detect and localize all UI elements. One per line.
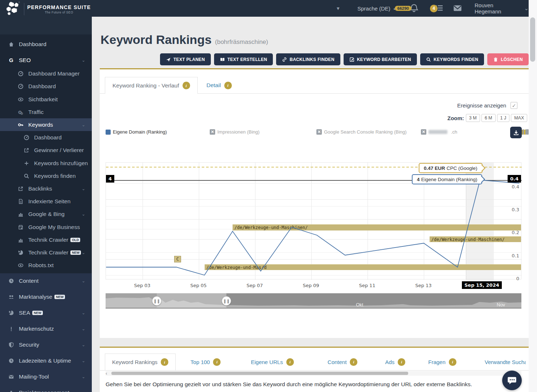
legend-item[interactable]: Eigene Domain (Ranking) [106,128,210,136]
tab-verwandte-suchanfragen[interactable]: Verwandte Suchanfrageni [478,354,526,370]
zoom-1j-button[interactable]: 1 J [497,114,510,122]
legend-label: .ch [451,129,457,135]
sidebar-item-marktanalyse[interactable]: MarktanalyseNEW [0,289,92,305]
sidebar-item-sichtbarkeit[interactable]: Sichtbarkeit [0,93,92,106]
events-checkbox[interactable]: ✓ [511,102,517,109]
sidebar-item-label: Backlinks [28,185,52,192]
keywords-finden-button[interactable]: KEYWORDS FINDEN [420,53,484,65]
scroll-left-icon: ‹ [106,371,110,376]
backlinks-finden-button[interactable]: BACKLINKS FINDEN [276,53,340,65]
sidebar-item-indexierte-seiten[interactable]: Indexierte Seiten [0,195,92,208]
sidebar-item-dashboard-manager[interactable]: Dashboard Manager [0,67,92,80]
optimization-hint-text: Gehen Sie bei der Optimierung gezielt vo… [106,381,487,388]
sidebar-item-traffic[interactable]: ⚙⚙Traffic [0,106,92,118]
sidebar-item-seo[interactable]: GSEO⌄ [0,52,92,68]
info-icon[interactable]: i [449,358,456,366]
tab-eigene-urls[interactable]: Eigene URLsi [244,354,300,370]
page-title: Keyword Rankings (bohrfräsmaschine) [101,33,268,47]
sidebar-item-keywords-hinzuf-gen[interactable]: Keywords hinzufügen [0,157,92,170]
navigator-handle-right[interactable]: ❚❚ [222,296,231,306]
sidebar-item-backlinks[interactable]: Backlinks⌄ [0,182,92,195]
info-icon[interactable]: i [398,358,405,366]
löschen-button[interactable]: LÖSCHEN [487,53,529,65]
chevron-down-icon: ⌄ [82,358,85,363]
sidebar-item-content[interactable]: Content⌄ [0,273,92,289]
notifications[interactable]: 66290 [395,0,419,17]
zoom-max-button[interactable]: MAX [511,114,527,122]
clock-icon [7,278,15,284]
messages[interactable] [453,0,462,17]
pie-icon [8,310,14,316]
app-root: Performance Suite The Future of SEO ▾ Sp… [0,0,537,392]
sidebar-item-gewinner-verlierer[interactable]: Gewinner / Verlierer [0,144,92,156]
tasks[interactable]: 4 [430,0,444,17]
sidebar-item-ladezeiten-uptime[interactable]: Ladezeiten & Uptime⌄ [0,353,92,369]
brand-logo[interactable]: Performance Suite The Future of SEO [5,1,91,17]
horizontal-scrollbar[interactable]: ‹ [106,371,521,376]
tab-ads[interactable]: Adsi [378,354,412,370]
info-icon[interactable]: i [224,82,232,89]
url-annotation-band[interactable]: /de/Werkzeuge-und-Mas/d [205,264,521,270]
text-erstellen-button[interactable]: TEXT ERSTELLEN [214,53,273,65]
info-icon[interactable]: i [213,358,221,366]
crosshair-date-label: Sep 15, 2024 [462,281,502,289]
sidebar-item-label: Security [19,342,39,348]
sidebar-item-dashboard[interactable]: Dashboard [0,131,92,144]
keyword-bearbeiten-button[interactable]: KEYWORD BEARBEITEN [344,53,417,65]
download-button[interactable] [510,127,522,138]
sidebar-item-keywords-finden[interactable]: Keywords finden [0,170,92,182]
divider [24,3,24,15]
legend-item[interactable]: ✕Google Search Console Ranking (Bing) [316,128,421,136]
url-annotation-band[interactable]: /de/Werkzeuge-und-Maschinen/ [430,236,521,242]
info-icon[interactable]: i [183,82,190,89]
sidebar-item-dashboard[interactable]: Dashboard [0,36,92,52]
sidebar-item-security[interactable]: Security⌄ [0,337,92,353]
tab-keyword-ranking-verlauf[interactable]: Keyword Ranking - Verlaufi [105,77,198,94]
zoom-3m-button[interactable]: 3 M [466,114,480,122]
legend-item[interactable]: ✕Impressionen (Bing) [210,128,316,136]
sidebar-item-technik-crawler[interactable]: Technik CrawlerOLD [0,233,92,246]
sidebar-item-keywords[interactable]: Keywords⌄ [0,118,92,131]
sidebar: DashboardGSEO⌄Dashboard ManagerDashboard… [0,17,92,392]
hexflower-logo-icon [5,1,21,17]
text-planen-button[interactable]: TEXT PLANEN [160,53,211,65]
chat-button[interactable] [502,371,522,390]
event-flag[interactable]: C [174,256,181,262]
sidebar-item-label: Indexierte Seiten [28,198,70,205]
sidebar-item-mailing-tool[interactable]: Mailing-Tool⌄ [0,369,92,385]
external-link-icon [17,186,25,192]
sidebar-item-sea[interactable]: SEANEW⌄ [0,305,92,321]
user-menu[interactable]: Rouven Hegemann ⌄ [475,0,529,17]
y-axis-right-tick-label: 0.2 [106,230,519,235]
store-icon [18,224,24,230]
chart-navigator[interactable]: ❚❚ ❚❚ Okt Nov [106,293,521,309]
navigator-handle-left[interactable]: ❚❚ [152,296,161,306]
language-menu[interactable]: Sprache (DE) ✓ [357,0,397,17]
sidebar-item-google-bing[interactable]: Google & Bing⌄ [0,208,92,220]
tab-fragen[interactable]: Frageni [421,354,463,370]
chevron-down-icon: ⌄ [82,310,85,315]
legend-item[interactable]: ✕.ch [421,128,521,136]
chevron-down-icon: ⌄ [82,122,85,127]
topbar-caret[interactable]: ▾ [337,0,340,17]
eye-icon [17,97,25,102]
info-icon[interactable]: i [161,358,168,366]
tab-content[interactable]: Contenti [321,354,365,370]
plus-icon [24,160,29,166]
events-toggle-row: Ereignisse anzeigen ✓ [457,102,517,109]
sidebar-item-technik-crawler[interactable]: Technik CrawlerNEW⌄ [0,246,92,259]
info-icon[interactable]: i [350,358,357,366]
sidebar-item-markenschutz[interactable]: Markenschutz⌄ [0,321,92,337]
tab-keyword-rankings[interactable]: Keyword Rankingsi [105,354,176,370]
tab-top-100[interactable]: Top 100i [184,354,227,370]
sidebar-item-google-my-business[interactable]: Google My Business [0,221,92,233]
vertical-scrollbar[interactable] [529,0,537,392]
sidebar-item-projektmanagement[interactable]: Projektmanagement⌄ [0,385,92,392]
brand-tagline: The Future of SEO [27,11,91,14]
chart-icon [17,211,25,217]
zoom-6m-button[interactable]: 6 M [481,114,496,122]
sidebar-item-dashboard[interactable]: Dashboard [0,80,92,93]
tab-detail[interactable]: Detaili [199,77,239,94]
sidebar-item-robots-txt[interactable]: Robots.txt [0,259,92,271]
info-icon[interactable]: i [286,358,294,366]
